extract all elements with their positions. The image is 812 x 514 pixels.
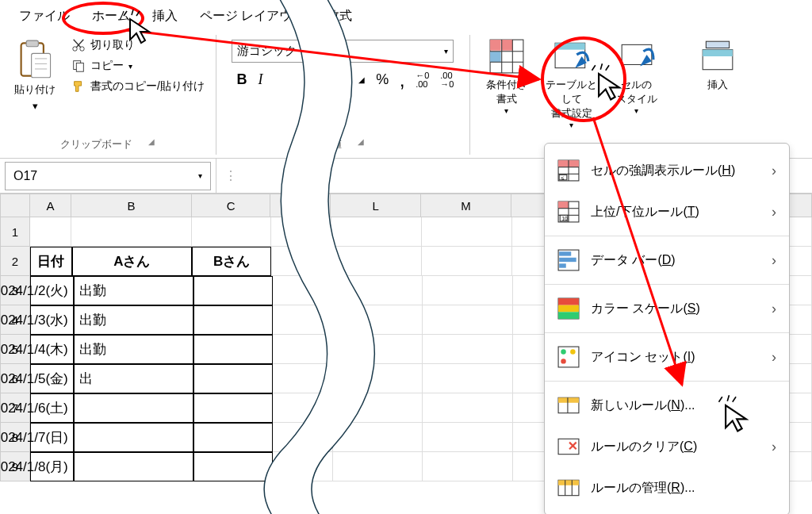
cell[interactable]: 出勤	[74, 305, 193, 335]
column-header-B[interactable]: B	[71, 194, 192, 217]
cut-button[interactable]: 切り取り	[68, 36, 208, 54]
cell[interactable]	[333, 452, 423, 481]
cell[interactable]: 出勤	[74, 335, 193, 364]
formula-bar-divider[interactable]: ⋮	[216, 159, 245, 193]
dialog-launcher-icon[interactable]: ◢	[358, 137, 364, 146]
cell[interactable]	[333, 423, 423, 452]
cell[interactable]	[333, 305, 423, 335]
menu-item-label: セルの強調表示ルール(H)	[591, 163, 735, 179]
cell[interactable]	[333, 335, 423, 364]
cell[interactable]	[71, 217, 192, 247]
cell[interactable]	[423, 305, 513, 335]
cell[interactable]	[74, 452, 193, 481]
name-box[interactable]: O17 ▾	[5, 162, 211, 190]
cell[interactable]	[333, 364, 423, 393]
cell[interactable]: 2024/1/6(土)	[30, 393, 74, 423]
menu-item-icon-sets[interactable]: アイコン セット(I)›	[545, 336, 789, 378]
column-header-A[interactable]: A	[30, 194, 71, 217]
cell[interactable]	[273, 276, 333, 305]
cell[interactable]	[271, 247, 331, 276]
copy-button[interactable]: コピー ▾	[68, 57, 208, 75]
comma-button[interactable]: ‚	[400, 67, 404, 92]
cell[interactable]	[30, 217, 72, 247]
percent-button[interactable]: %	[376, 71, 389, 88]
select-all-cell[interactable]	[0, 194, 30, 217]
cell[interactable]	[193, 305, 273, 335]
cell[interactable]	[331, 217, 422, 247]
dialog-launcher-icon[interactable]: ◢	[148, 137, 155, 146]
menu-item-new-rule[interactable]: 新しいルール(N)...	[545, 385, 789, 426]
menu-item-data-bars[interactable]: データ バー(D)›	[545, 240, 789, 281]
cell[interactable]	[271, 217, 331, 247]
column-header-M[interactable]: M	[421, 194, 511, 217]
insert-cells-button[interactable]: 挿入	[689, 36, 746, 131]
row-header[interactable]: 2	[0, 247, 30, 276]
cell[interactable]: 2024/1/3(水)	[30, 305, 74, 335]
cell[interactable]	[333, 393, 423, 423]
format-painter-button[interactable]: 書式のコピー/貼り付け	[68, 78, 208, 95]
cell[interactable]	[423, 335, 513, 364]
cell[interactable]: 2024/1/4(木)	[30, 335, 74, 364]
cell[interactable]: Bさん	[192, 247, 271, 276]
cell[interactable]	[422, 247, 512, 276]
cell[interactable]: 日付	[30, 247, 72, 276]
cell[interactable]	[423, 452, 513, 481]
menu-page-layout[interactable]: ページ レイアウト	[189, 3, 316, 29]
italic-button[interactable]: I	[258, 71, 262, 88]
cell[interactable]: 2024/1/2(火)	[30, 276, 74, 305]
menu-item-clear-rules[interactable]: ルールのクリア(C)›	[545, 426, 789, 467]
cell[interactable]	[333, 276, 423, 305]
cell[interactable]	[423, 393, 513, 423]
menu-item-color-scales[interactable]: カラー スケール(S)›	[545, 288, 789, 329]
cell[interactable]: Aさん	[72, 247, 193, 276]
cell[interactable]	[193, 276, 273, 305]
font-name-select[interactable]: 游ゴシック▾	[232, 40, 454, 63]
format-as-table-button[interactable]: テーブルとして 書式設定 ▾	[543, 36, 600, 131]
column-header-K[interactable]: K	[270, 194, 331, 217]
cell-styles-button[interactable]: セルの スタイル ▾	[608, 36, 665, 131]
cell[interactable]	[192, 217, 271, 247]
cell[interactable]	[273, 452, 333, 481]
menu-item-highlight-rules[interactable]: ≤セルの強調表示ルール(H)›	[545, 150, 789, 191]
cell[interactable]	[273, 335, 333, 364]
cell[interactable]	[423, 364, 513, 393]
cell[interactable]	[273, 364, 333, 393]
cell[interactable]	[193, 423, 273, 452]
menu-home[interactable]: ホーム	[81, 3, 141, 29]
menu-item-manage-rules[interactable]: ルールの管理(R)...	[545, 467, 789, 508]
bold-button[interactable]: B	[236, 71, 247, 88]
conditional-formatting-button[interactable]: 条件付き 書式 ▾	[478, 36, 535, 131]
cell[interactable]: 出勤	[74, 276, 193, 305]
dialog-launcher-icon[interactable]: ◢	[358, 75, 365, 84]
cell[interactable]	[331, 247, 422, 276]
cell[interactable]	[193, 335, 273, 364]
conditional-formatting-dropdown: ≤セルの強調表示ルール(H)›10上位/下位ルール(T)›データ バー(D)›カ…	[544, 143, 790, 514]
cell[interactable]: 2024/1/5(金)	[30, 364, 74, 393]
cell[interactable]	[273, 305, 333, 335]
cell[interactable]: 出	[74, 364, 193, 393]
decrease-decimal-button[interactable]: .00→0	[440, 71, 454, 89]
cell[interactable]	[423, 423, 513, 452]
row-header[interactable]: 1	[0, 217, 30, 247]
cell[interactable]	[423, 276, 513, 305]
menu-item-top-bottom[interactable]: 10上位/下位ルール(T)›	[545, 191, 789, 232]
cell[interactable]: 2024/1/8(月)	[30, 452, 74, 481]
cell[interactable]: 2024/1/7(日)	[30, 423, 74, 452]
cell[interactable]	[273, 423, 333, 452]
cell[interactable]	[193, 393, 273, 423]
menu-formulas[interactable]: 数式	[316, 3, 363, 29]
svg-rect-46	[558, 298, 579, 305]
cell[interactable]	[74, 423, 193, 452]
new-rule-icon	[557, 394, 580, 416]
menu-insert[interactable]: 挿入	[141, 3, 189, 29]
cell[interactable]	[74, 393, 193, 423]
menu-file[interactable]: ファイル	[8, 3, 81, 29]
cell[interactable]	[273, 393, 333, 423]
cell[interactable]	[193, 364, 273, 393]
column-header-L[interactable]: L	[331, 194, 421, 217]
cell[interactable]	[422, 217, 512, 247]
cell[interactable]	[193, 452, 273, 481]
increase-decimal-button[interactable]: ←0.00	[416, 71, 429, 89]
column-header-C[interactable]: C	[192, 194, 271, 217]
paste-button[interactable]: 貼り付け ▾	[8, 36, 62, 115]
